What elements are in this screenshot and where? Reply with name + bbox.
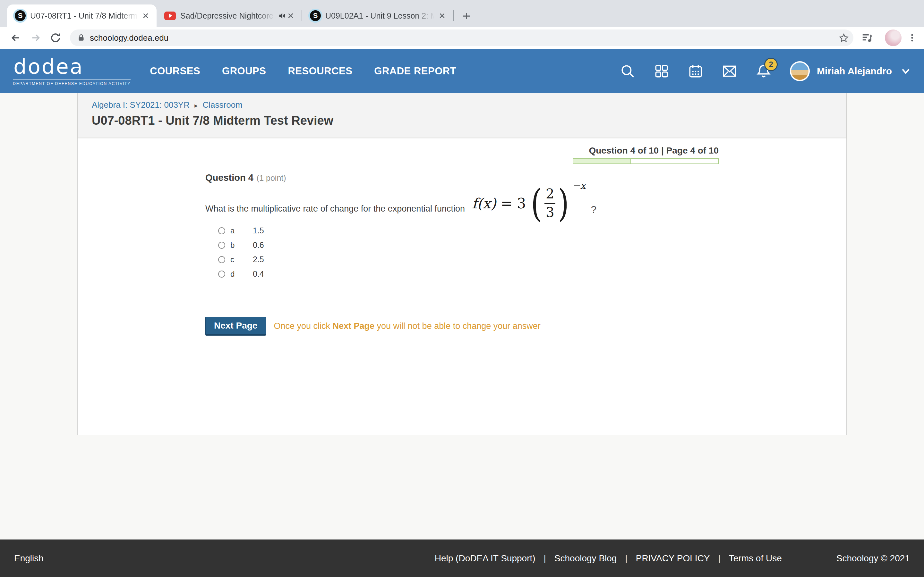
question-line: What is the multiplicative rate of chang… [205,184,719,222]
page-title: U07-08RT1 - Unit 7/8 Midterm Test Review [92,114,846,127]
tab-schoology-midterm[interactable]: S U07-08RT1 - Unit 7/8 Midterm [7,5,157,27]
formula-function: f(x) [472,195,496,211]
browser-menu-icon[interactable] [907,33,917,43]
option-key: d [230,269,253,279]
warning-post: you will not be able to change your answ… [375,321,541,331]
schoology-favicon: S [310,10,321,21]
option-key: b [230,241,253,250]
footer-link-blog[interactable]: Schoology Blog [554,553,617,564]
user-avatar[interactable] [790,61,810,81]
warning-bold: Next Page [333,321,375,331]
notifications-bell-icon[interactable]: 2 [754,62,772,80]
footer: English Help (DoDEA IT Support) | School… [0,540,924,577]
footer-link-terms[interactable]: Terms of Use [729,553,782,564]
user-name[interactable]: Miriah Alejandro [817,66,892,77]
progress-bar [573,158,719,164]
browser-toolbar: schoology.dodea.edu [0,27,924,49]
next-page-button[interactable]: Next Page [205,317,266,335]
option-key: a [230,226,253,235]
footer-links: Help (DoDEA IT Support) | Schoology Blog… [435,553,782,564]
option-key: c [230,255,253,264]
question-mark: ? [591,204,596,216]
tab-youtube-nightcore[interactable]: Sad/Depressive Nightcore [157,5,302,27]
page-background: Algebra I: SY2021: 003YR ▸ Classroom U07… [0,93,924,540]
radio-button[interactable] [218,256,225,263]
new-tab-button[interactable] [457,7,475,25]
breadcrumb-classroom-link[interactable]: Classroom [203,100,242,110]
tab-title: Sad/Depressive Nightcore [180,11,275,21]
breadcrumb-separator-icon: ▸ [194,102,198,109]
fraction-denominator: 3 [546,205,554,219]
dodea-logo-subtext: DEPARTMENT OF DEFENSE EDUCATION ACTIVITY [13,81,131,86]
messages-icon[interactable] [720,62,738,80]
formula-exponent: −x [572,180,586,191]
footer-separator: | [544,553,546,564]
youtube-favicon [164,11,176,20]
browser-profile-avatar[interactable] [885,29,901,46]
lock-icon [77,34,86,42]
tab-schoology-lesson[interactable]: S U09L02A1 - Unit 9 Lesson 2: M [302,5,453,27]
question-points: (1 point) [257,173,286,183]
option-value: 0.4 [253,269,264,279]
radio-button[interactable] [218,227,225,234]
footer-link-privacy[interactable]: PRIVACY POLICY [636,553,710,564]
schoology-navbar: dodea DEPARTMENT OF DEFENSE EDUCATION AC… [0,49,924,93]
nav-link-grade-report[interactable]: GRADE REPORT [374,65,456,77]
chevron-down-icon[interactable] [900,66,911,77]
media-controls-icon[interactable] [860,31,875,45]
question-heading: Question 4 [205,172,254,183]
nav-link-courses[interactable]: COURSES [150,65,200,77]
progress-fill [573,159,631,163]
address-bar[interactable]: schoology.dodea.edu [70,29,853,46]
breadcrumb: Algebra I: SY2021: 003YR ▸ Classroom [92,100,846,110]
footer-separator: | [718,553,720,564]
tab-close-icon[interactable] [141,11,150,20]
footer-copyright: Schoology © 2021 [837,553,910,564]
section-divider [205,309,719,310]
tab-title: U09L02A1 - Unit 9 Lesson 2: M [325,11,435,21]
apps-grid-icon[interactable] [653,62,670,80]
breadcrumb-course-link[interactable]: Algebra I: SY2021: 003YR [92,100,190,110]
tab-close-icon[interactable] [438,11,447,20]
back-icon[interactable] [8,31,23,45]
search-icon[interactable] [619,62,636,80]
formula-open-paren: ( [531,184,542,222]
formula-fraction: 2 3 [544,187,556,219]
tab-close-icon[interactable] [286,11,295,20]
radio-button[interactable] [218,271,225,277]
answer-options: a 1.5 b 0.6 c 2.5 d 0.4 [205,223,719,281]
forward-icon[interactable] [28,31,43,45]
progress-label: Question 4 of 10 | Page 4 of 10 [205,145,719,156]
question-text: What is the multiplicative rate of chang… [205,204,465,214]
calendar-icon[interactable] [687,62,704,80]
dodea-logo[interactable]: dodea DEPARTMENT OF DEFENSE EDUCATION AC… [13,56,131,86]
fraction-numerator: 2 [546,187,554,201]
tab-audio-icon[interactable] [278,11,286,20]
option-row-c[interactable]: c 2.5 [205,252,719,267]
option-value: 2.5 [253,255,264,264]
option-row-d[interactable]: d 0.4 [205,267,719,281]
bookmark-star-icon[interactable] [838,33,849,43]
formula-coefficient: 3 [517,195,526,211]
question-area: Question 4 of 10 | Page 4 of 10 Question… [78,145,846,335]
radio-button[interactable] [218,242,225,249]
warning-pre: Once you click [274,321,333,331]
math-formula: f(x) = 3 ( 2 3 ) −x [472,184,586,222]
language-selector[interactable]: English [14,553,44,564]
question-header: Question 4 (1 point) [205,172,719,183]
option-value: 1.5 [253,226,264,235]
actions-row: Next Page Once you click Next Page you w… [205,317,719,335]
dodea-logo-text: dodea [13,56,131,79]
notification-badge[interactable]: 2 [764,58,778,71]
footer-separator: | [625,553,627,564]
option-value: 0.6 [253,240,264,250]
quiz-card: Algebra I: SY2021: 003YR ▸ Classroom U07… [77,93,847,435]
formula-equals: = [501,195,512,211]
formula-close-paren: ) [558,184,569,222]
footer-link-help[interactable]: Help (DoDEA IT Support) [435,553,535,564]
nav-link-groups[interactable]: GROUPS [222,65,266,77]
refresh-icon[interactable] [48,31,63,45]
option-row-a[interactable]: a 1.5 [205,223,719,238]
option-row-b[interactable]: b 0.6 [205,238,719,252]
nav-link-resources[interactable]: RESOURCES [288,65,352,77]
